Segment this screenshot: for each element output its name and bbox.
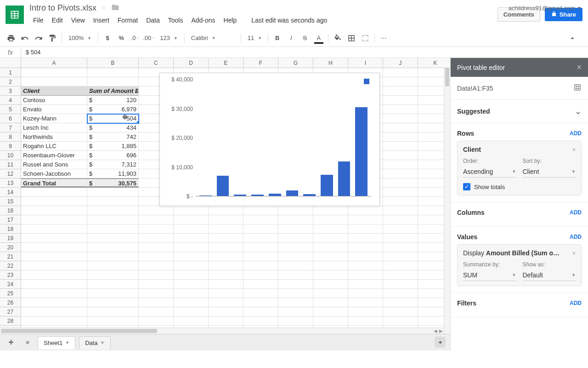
cell[interactable] [87,243,139,252]
cell[interactable] [87,316,139,326]
column-header[interactable]: G [278,58,313,68]
cell[interactable] [383,169,418,178]
cell[interactable] [21,280,87,289]
cell[interactable] [21,298,87,307]
cell[interactable] [278,307,313,316]
cell[interactable] [278,289,313,298]
remove-value-field-icon[interactable]: × [572,250,576,257]
cell[interactable] [87,68,139,77]
column-header[interactable]: H [313,58,348,68]
cell[interactable] [383,151,418,160]
cell[interactable]: $30,575 [87,178,139,188]
select-range-icon[interactable] [573,83,582,93]
cell[interactable] [209,289,243,298]
zoom-select[interactable]: 100%▼ [65,33,95,43]
percent-icon[interactable]: % [115,32,128,45]
cell[interactable] [278,261,313,270]
cell[interactable] [243,298,278,307]
cell[interactable]: $120 [87,96,139,105]
row-header[interactable]: 24 [0,280,21,289]
cell[interactable] [87,298,139,307]
cell[interactable] [139,234,174,243]
remove-row-field-icon[interactable]: × [572,146,576,153]
menu-edit[interactable]: Edit [48,15,67,26]
cell[interactable]: Sum of Amount Bill [87,86,139,96]
cell[interactable]: Contoso [21,96,87,105]
cell[interactable] [383,252,418,261]
cell[interactable] [348,234,383,243]
row-header[interactable]: 25 [0,289,21,298]
cell[interactable] [278,270,313,280]
cell[interactable] [313,224,348,234]
folder-icon[interactable] [111,3,119,13]
cell[interactable] [383,215,418,224]
cell[interactable] [21,289,87,298]
column-header[interactable]: J [383,58,418,68]
cell[interactable] [139,289,174,298]
cell[interactable] [348,261,383,270]
more-icon[interactable]: ⋯ [378,32,390,45]
row-header[interactable]: 14 [0,188,21,197]
cell[interactable] [278,215,313,224]
cell[interactable] [348,252,383,261]
cell[interactable]: Rogahn LLC [21,142,87,151]
merge-cells-icon[interactable] [359,32,372,45]
cell[interactable] [348,206,383,215]
cell[interactable] [139,215,174,224]
formula-input[interactable]: $ 504 [21,49,588,56]
cell[interactable] [313,289,348,298]
row-header[interactable]: 6 [0,114,21,123]
cell[interactable]: Schoen-Jacobson [21,169,87,178]
cell[interactable]: $6,979 [87,105,139,114]
column-header[interactable]: K [418,58,450,68]
cell[interactable] [243,270,278,280]
paint-format-icon[interactable] [46,32,59,45]
cell[interactable] [348,280,383,289]
sheet-tab-data[interactable]: Data▼ [79,336,110,349]
cell[interactable] [383,307,418,316]
cell[interactable]: Russel and Sons [21,160,87,169]
suggested-toggle[interactable]: Suggested ⌄ [457,106,582,116]
cell[interactable] [243,252,278,261]
cell[interactable] [383,261,418,270]
cell[interactable] [383,270,418,280]
cell[interactable] [278,298,313,307]
cell[interactable] [278,206,313,215]
cell[interactable] [209,252,243,261]
cell[interactable] [174,289,209,298]
menu-file[interactable]: File [29,15,47,26]
user-email[interactable]: achildress91@gmail.com [509,5,575,12]
row-header[interactable]: 9 [0,142,21,151]
cell[interactable] [348,243,383,252]
cell[interactable] [174,307,209,316]
format-select[interactable]: 123▼ [156,33,181,43]
cell[interactable] [174,252,209,261]
cell[interactable] [313,298,348,307]
cell[interactable] [278,316,313,326]
menu-tools[interactable]: Tools [164,15,187,26]
fx-label[interactable]: fx [0,47,21,58]
sortby-select[interactable]: Client▼ [523,166,576,178]
cell[interactable] [313,252,348,261]
cell[interactable] [278,234,313,243]
cell[interactable] [278,252,313,261]
cell[interactable] [139,243,174,252]
cell[interactable] [243,206,278,215]
cell[interactable] [383,96,418,105]
data-range[interactable]: Data!A1:F35 [457,85,493,92]
cell[interactable] [383,224,418,234]
cell[interactable] [87,215,139,224]
menu-data[interactable]: Data [142,15,164,26]
cell[interactable] [278,224,313,234]
cell[interactable] [278,280,313,289]
row-header[interactable]: 7 [0,123,21,132]
cell[interactable] [209,280,243,289]
cell[interactable] [21,68,87,77]
cell[interactable] [383,298,418,307]
column-header[interactable]: F [243,58,278,68]
row-header[interactable]: 17 [0,215,21,224]
cell[interactable] [348,307,383,316]
cell[interactable]: $696 [87,151,139,160]
cell[interactable] [21,270,87,280]
cell[interactable] [139,261,174,270]
